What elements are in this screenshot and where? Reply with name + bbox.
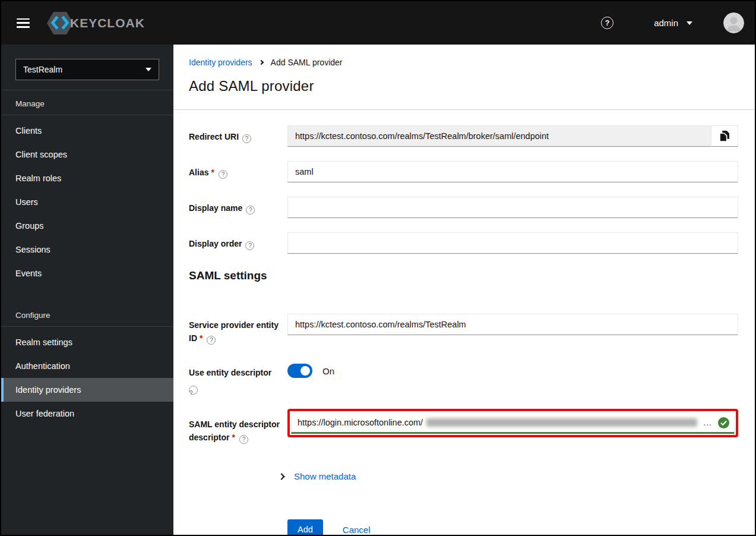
descriptor-url-text: https://login.microsoftonline.com/: [298, 418, 423, 427]
display-order-label: Display order: [189, 232, 287, 254]
sidebar-nav: TestRealm Manage Clients Client scopes R…: [1, 45, 173, 535]
required-marker: *: [232, 433, 235, 442]
chevron-down-icon: [145, 68, 151, 71]
field-help-icon[interactable]: [239, 435, 248, 444]
required-marker: *: [211, 168, 214, 177]
form-actions: Add Cancel: [287, 519, 738, 536]
sp-entity-id-input[interactable]: [287, 314, 738, 335]
toggle-state-label: On: [322, 366, 334, 376]
add-button[interactable]: Add: [287, 519, 323, 536]
cancel-button[interactable]: Cancel: [343, 525, 371, 535]
masthead: KEYCLOAK admin: [1, 1, 755, 45]
redacted-text-blur: [426, 418, 697, 427]
realm-selector-section: TestRealm: [1, 45, 173, 90]
add-saml-provider-form: Redirect URI: [173, 110, 755, 536]
field-help-icon[interactable]: [207, 336, 216, 345]
truncation-ellipsis: ...: [703, 418, 712, 427]
realm-name: TestRealm: [23, 65, 62, 74]
nav-section-title: Manage: [1, 90, 173, 115]
saml-settings-heading: SAML settings: [189, 269, 738, 282]
display-order-row: Display order: [189, 232, 738, 254]
alias-row: Alias*: [189, 161, 738, 182]
sidebar-item-user-federation[interactable]: User federation: [1, 402, 173, 425]
chevron-right-icon[interactable]: [278, 473, 284, 480]
copy-icon: [720, 131, 729, 141]
redirect-uri-label: Redirect URI: [189, 125, 287, 147]
use-entity-descriptor-toggle[interactable]: [287, 364, 312, 378]
breadcrumb-link-identity-providers[interactable]: Identity providers: [189, 58, 252, 67]
sidebar-item-identity-providers[interactable]: Identity providers: [1, 378, 173, 402]
sidebar-item-realm-roles[interactable]: Realm roles: [1, 166, 173, 190]
show-metadata-link[interactable]: Show metadata: [294, 471, 356, 481]
page-title: Add SAML provider: [189, 78, 738, 94]
breadcrumb-current: Add SAML provider: [271, 58, 343, 67]
sidebar-item-groups[interactable]: Groups: [1, 214, 173, 238]
use-entity-descriptor-row: Use entity descriptor On: [189, 361, 738, 395]
breadcrumb-separator-icon: [258, 60, 263, 65]
user-menu-dropdown[interactable]: admin: [654, 18, 692, 28]
field-help-icon[interactable]: [246, 206, 255, 215]
sidebar-item-authentication[interactable]: Authentication: [1, 354, 173, 378]
display-name-row: Display name: [189, 197, 738, 218]
display-order-input[interactable]: [287, 232, 738, 254]
field-help-icon[interactable]: [189, 386, 198, 395]
realm-selector-dropdown[interactable]: TestRealm: [15, 59, 159, 80]
show-metadata-section: Show metadata: [279, 471, 738, 481]
copy-button[interactable]: [711, 125, 738, 147]
nav-section-title: Configure: [1, 302, 173, 327]
field-help-icon[interactable]: [245, 241, 254, 250]
saml-entity-descriptor-input[interactable]: https://login.microsoftonline.com/ ...: [291, 412, 735, 434]
avatar: [723, 12, 744, 33]
saml-entity-descriptor-label: SAML entity descriptor descriptor*: [189, 409, 287, 444]
display-name-label: Display name: [189, 197, 287, 218]
alias-label: Alias*: [189, 161, 287, 182]
nav-section-manage: Manage Clients Client scopes Realm roles…: [1, 90, 173, 285]
page-header: Identity providers Add SAML provider Add…: [173, 45, 755, 110]
redirect-uri-row: Redirect URI: [189, 125, 738, 147]
username-label: admin: [654, 18, 678, 28]
sidebar-item-clients[interactable]: Clients: [1, 119, 173, 143]
field-help-icon[interactable]: [219, 170, 227, 179]
display-name-input[interactable]: [287, 197, 738, 218]
required-marker: *: [200, 333, 203, 343]
annotation-highlight: https://login.microsoftonline.com/ ...: [287, 409, 738, 437]
sidebar-item-realm-settings[interactable]: Realm settings: [1, 330, 173, 354]
chevron-down-icon: [687, 21, 692, 25]
help-icon[interactable]: [601, 17, 613, 29]
field-help-icon[interactable]: [242, 134, 251, 143]
valid-check-icon: [718, 417, 729, 428]
alias-input[interactable]: [287, 161, 738, 182]
sidebar-item-users[interactable]: Users: [1, 190, 173, 214]
brand-text: KEYCLOAK: [70, 16, 145, 30]
sp-entity-id-label: Service provider entity ID*: [189, 314, 287, 345]
nav-toggle-icon[interactable]: [17, 18, 30, 28]
keycloak-admin-console: KEYCLOAK admin TestRealm: [0, 0, 756, 536]
keycloak-logo[interactable]: KEYCLOAK: [46, 11, 145, 35]
sidebar-item-sessions[interactable]: Sessions: [1, 238, 173, 261]
sp-entity-id-row: Service provider entity ID*: [189, 314, 738, 345]
sidebar-item-client-scopes[interactable]: Client scopes: [1, 143, 173, 166]
main-content: Identity providers Add SAML provider Add…: [173, 45, 755, 535]
sidebar-item-events[interactable]: Events: [1, 261, 173, 285]
saml-entity-descriptor-row: SAML entity descriptor descriptor* https…: [189, 409, 738, 444]
breadcrumb: Identity providers Add SAML provider: [189, 58, 738, 67]
redirect-uri-input[interactable]: [287, 125, 711, 147]
use-entity-descriptor-label: Use entity descriptor: [189, 361, 287, 395]
nav-section-configure: Configure Realm settings Authentication …: [1, 302, 173, 425]
